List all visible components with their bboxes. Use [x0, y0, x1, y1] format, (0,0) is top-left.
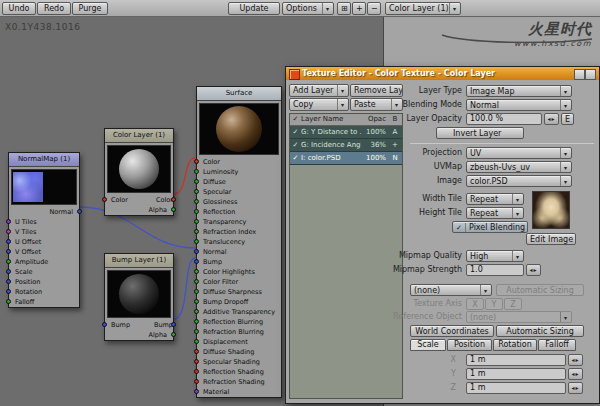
normalmap-input-row[interactable]: U Offset: [9, 237, 79, 247]
surface-input-row[interactable]: Bump Dropoff: [197, 297, 281, 307]
tab-position[interactable]: Position: [447, 339, 492, 351]
port-dot[interactable]: [194, 369, 199, 374]
normalmap-input-row[interactable]: V Tiles: [9, 227, 79, 237]
port-dot[interactable]: [77, 209, 82, 214]
layer-row[interactable]: ✓ G: Y Distance to ... 100% A: [290, 126, 402, 139]
bump-layer-alpha-row[interactable]: Alpha: [105, 330, 173, 340]
port-dot[interactable]: [194, 189, 199, 194]
surface-input-row[interactable]: Reflection Blurring: [197, 317, 281, 327]
surface-input-row[interactable]: Additive Transparency: [197, 307, 281, 317]
blending-mode-dropdown[interactable]: Normal: [466, 99, 572, 111]
copy-dropdown[interactable]: Copy: [289, 98, 349, 111]
normalmap-input-row[interactable]: Rotation: [9, 287, 79, 297]
grid-icon[interactable]: ⊞: [337, 2, 351, 15]
edit-image-button[interactable]: Edit Image: [526, 233, 576, 245]
zoom-in-icon[interactable]: +: [352, 2, 366, 15]
port-dot[interactable]: [171, 197, 176, 202]
port-dot[interactable]: [194, 319, 199, 324]
port-dot[interactable]: [194, 349, 199, 354]
node-normalmap[interactable]: NormalMap (1) Normal U Tiles V Tiles U O…: [8, 152, 80, 308]
surface-input-row[interactable]: Translucency: [197, 237, 281, 247]
surface-input-row[interactable]: Normal: [197, 247, 281, 257]
invert-layer-toggle[interactable]: Invert Layer: [436, 127, 524, 139]
scale-x-stepper[interactable]: ◂▸: [568, 354, 583, 366]
surface-input-row[interactable]: Color Filter: [197, 277, 281, 287]
scale-z-stepper[interactable]: ◂▸: [568, 382, 583, 394]
port-dot[interactable]: [194, 359, 199, 364]
scale-y-field[interactable]: 1 m: [466, 368, 566, 380]
mipmap-strength-field[interactable]: 1.0: [466, 264, 524, 276]
port-dot[interactable]: [194, 389, 199, 394]
port-dot[interactable]: [194, 229, 199, 234]
port-dot[interactable]: [194, 379, 199, 384]
port-dot[interactable]: [6, 289, 11, 294]
port-dot[interactable]: [194, 179, 199, 184]
node-title[interactable]: Surface: [197, 87, 281, 101]
surface-input-row[interactable]: Reflection Shading: [197, 367, 281, 377]
uvmap-dropdown[interactable]: zbeush-Uvs_uv: [466, 161, 572, 173]
port-dot[interactable]: [194, 249, 199, 254]
surface-input-row[interactable]: Refraction Shading: [197, 377, 281, 387]
node-color-layer[interactable]: Color Layer (1) Color Color Alpha: [104, 128, 174, 216]
port-dot[interactable]: [6, 249, 11, 254]
layer-enabled-check[interactable]: ✓: [290, 152, 301, 164]
mipmap-strength-stepper[interactable]: ◂▸: [526, 264, 541, 276]
layer-select-dropdown[interactable]: Color Layer (1): [385, 2, 461, 15]
normalmap-input-row[interactable]: V Offset: [9, 247, 79, 257]
port-dot[interactable]: [171, 332, 176, 337]
layer-row[interactable]: ✓ G: Incidence Angle 36% +: [290, 139, 402, 152]
image-dropdown[interactable]: color.PSD: [466, 175, 572, 187]
tab-scale[interactable]: Scale: [410, 339, 446, 351]
surface-input-row[interactable]: Diffuse: [197, 177, 281, 187]
normalmap-output-row[interactable]: Normal: [9, 207, 79, 217]
surface-input-row[interactable]: Transparency: [197, 217, 281, 227]
port-dot[interactable]: [6, 239, 11, 244]
surface-input-row[interactable]: Luminosity: [197, 167, 281, 177]
node-bump-layer[interactable]: Bump Layer (1) Bump Bump Alpha: [104, 253, 174, 341]
window-titlebar[interactable]: Texture Editor - Color Texture - Color L…: [286, 67, 599, 80]
port-dot[interactable]: [6, 269, 11, 274]
port-dot[interactable]: [194, 169, 199, 174]
add-layer-dropdown[interactable]: Add Layer: [289, 84, 349, 97]
layer-opacity-field[interactable]: 100.0 %: [466, 113, 542, 125]
surface-input-row[interactable]: Bump: [197, 257, 281, 267]
layer-enabled-check[interactable]: ✓: [290, 139, 301, 151]
scale-y-stepper[interactable]: ◂▸: [568, 368, 583, 380]
mipmap-quality-dropdown[interactable]: High: [466, 250, 524, 262]
surface-input-row[interactable]: Diffuse Sharpness: [197, 287, 281, 297]
world-coordinates-button[interactable]: World Coordinates: [410, 325, 494, 337]
normalmap-input-row[interactable]: Falloff: [9, 297, 79, 307]
purge-button[interactable]: Purge: [72, 2, 108, 15]
texture-editor-window[interactable]: Texture Editor - Color Texture - Color L…: [285, 66, 600, 404]
port-dot[interactable]: [194, 279, 199, 284]
surface-input-row[interactable]: Refraction Index: [197, 227, 281, 237]
port-dot[interactable]: [6, 279, 11, 284]
layer-list[interactable]: ✓ Layer Name Opac B ✓ G: Y Distance to .…: [289, 113, 403, 399]
port-dot[interactable]: [194, 309, 199, 314]
port-dot[interactable]: [194, 269, 199, 274]
options-dropdown[interactable]: Options: [282, 2, 334, 15]
scale-x-field[interactable]: 1 m: [466, 354, 566, 366]
port-dot[interactable]: [194, 259, 199, 264]
tab-rotation[interactable]: Rotation: [493, 339, 537, 351]
port-dot[interactable]: [6, 299, 11, 304]
layer-row-selected[interactable]: ✓ I: color.PSD 100% N: [290, 152, 402, 165]
normalmap-input-row[interactable]: U Tiles: [9, 217, 79, 227]
pixel-blending-toggle[interactable]: ✓Pixel Blending: [452, 221, 528, 233]
port-dot[interactable]: [6, 259, 11, 264]
color-layer-port-row[interactable]: Color Color: [105, 195, 173, 205]
envelope-button[interactable]: E: [561, 113, 574, 125]
surface-input-row[interactable]: Reflection: [197, 207, 281, 217]
normalmap-input-row[interactable]: Position: [9, 277, 79, 287]
layer-type-dropdown[interactable]: Image Map: [466, 85, 572, 97]
tab-falloff[interactable]: Falloff: [538, 339, 576, 351]
port-dot[interactable]: [194, 329, 199, 334]
port-dot[interactable]: [171, 322, 176, 327]
port-dot[interactable]: [102, 322, 107, 327]
normalmap-input-row[interactable]: Scale: [9, 267, 79, 277]
port-dot[interactable]: [102, 197, 107, 202]
zoom-out-icon[interactable]: −: [367, 2, 381, 15]
node-title[interactable]: Bump Layer (1): [105, 254, 173, 268]
image-thumbnail[interactable]: [532, 191, 570, 229]
bump-layer-port-row[interactable]: Bump Bump: [105, 320, 173, 330]
